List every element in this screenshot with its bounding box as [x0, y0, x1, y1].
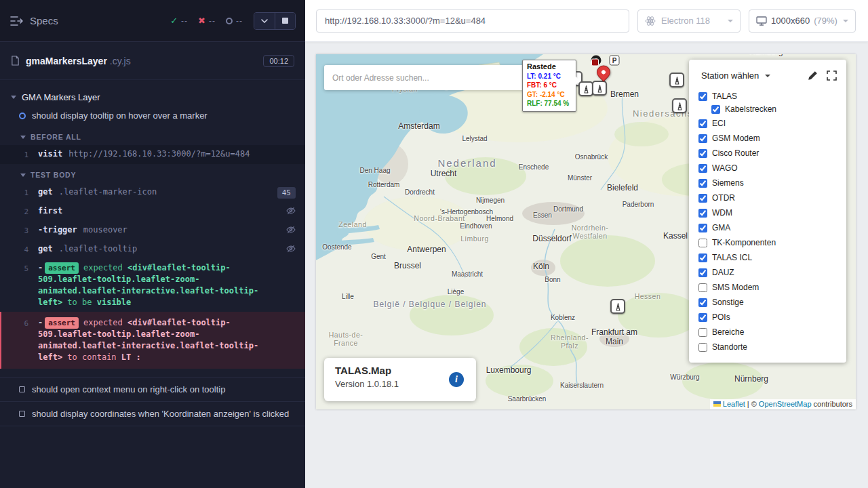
station-checkbox[interactable] — [711, 105, 720, 114]
tooltip-measurements: LT: 0.21 °CFBT: 6 °CGT: -2.14 °CRLF: 77.… — [527, 72, 572, 108]
station-filter-item[interactable]: GMA — [698, 220, 837, 235]
leaflet-map[interactable]: HamburgBremenGroningenLeeuwardenAmsterda… — [316, 54, 856, 409]
command-content: -assertexpected <div#leaflet-tooltip-509… — [38, 317, 305, 363]
search-input[interactable] — [332, 73, 517, 83]
collapse-all-button[interactable] — [254, 13, 275, 29]
station-tower-icon — [614, 302, 623, 311]
station-checkbox[interactable] — [698, 298, 707, 307]
station-label: GSM Modem — [712, 134, 760, 143]
before-all-commands: 1visithttp://192.168.10.33:3000/?m=12&u=… — [0, 145, 305, 164]
station-filter-item[interactable]: Cisco Router — [698, 146, 837, 161]
station-marker-icon[interactable] — [610, 299, 625, 314]
station-filter-item[interactable]: TALAS ICL — [698, 250, 837, 265]
station-label: Kabelstrecken — [725, 104, 776, 114]
station-filter-item[interactable]: ECI — [698, 116, 837, 131]
collapsed-tests: should open context menu on right-click … — [0, 377, 305, 426]
command-row[interactable]: 4get.leaflet-tooltip — [0, 240, 305, 259]
hook-before-all[interactable]: BEFORE ALL — [0, 126, 305, 145]
command-content: -assertexpected <div#leaflet-tooltip-509… — [38, 262, 305, 308]
stop-run-button[interactable] — [275, 13, 295, 29]
leaflet-link[interactable]: Leaflet — [723, 400, 745, 408]
spec-file-row[interactable]: gmaMarkersLayer .cy.js 00:12 — [0, 42, 305, 80]
station-filter-item[interactable]: Bereiche — [698, 325, 837, 340]
viewport-control[interactable]: 1000x660 (79%) — [749, 9, 856, 33]
command-row[interactable]: 1get.leaflet-marker-icon45 — [0, 183, 305, 202]
alarm-pin-marker[interactable] — [595, 64, 612, 84]
station-checkbox[interactable] — [698, 253, 707, 262]
browser-select[interactable]: Electron 118 — [637, 9, 741, 33]
station-filter-item[interactable]: OTDR — [698, 190, 837, 205]
station-checkbox[interactable] — [698, 209, 707, 218]
station-filter-item[interactable]: Standorte — [698, 340, 837, 354]
test-row-active[interactable]: should display tooltip on hover over a m… — [0, 108, 305, 126]
station-checkbox[interactable] — [698, 224, 707, 232]
osm-link[interactable]: OpenStreetMap — [759, 400, 812, 408]
station-checkbox[interactable] — [698, 164, 707, 173]
station-filter-item[interactable]: Siemens — [698, 176, 837, 190]
spec-duration-badge: 00:12 — [263, 55, 294, 67]
fullscreen-button[interactable] — [827, 70, 837, 81]
station-checkbox[interactable] — [698, 149, 707, 158]
browser-name: Electron 118 — [661, 16, 710, 26]
station-checkbox[interactable] — [698, 328, 707, 337]
command-row[interactable]: 1visithttp://192.168.10.33:3000/?m=12&u=… — [0, 145, 305, 164]
station-filter-item[interactable]: TALAS — [698, 89, 837, 104]
command-content: visithttp://192.168.10.33:3000/?m=12&u=4… — [38, 148, 305, 160]
station-checkbox[interactable] — [698, 343, 707, 352]
command-row[interactable]: 3-triggermouseover — [0, 221, 305, 240]
station-checkbox[interactable] — [698, 268, 707, 277]
station-checkbox[interactable] — [698, 194, 707, 203]
sidebar-toggle-button[interactable] — [9, 16, 23, 26]
station-checkbox[interactable] — [698, 119, 707, 128]
station-filter-item[interactable]: DAUZ — [698, 265, 837, 280]
stop-icon — [282, 18, 288, 24]
chevron-down-icon — [20, 174, 26, 177]
test-row-collapsed[interactable]: should display coordinates when 'Koordin… — [0, 401, 305, 426]
command-row[interactable]: 6-assertexpected <div#leaflet-tooltip-50… — [0, 312, 305, 369]
url-input[interactable] — [316, 9, 629, 33]
station-checkbox[interactable] — [698, 179, 707, 188]
station-tower-icon — [582, 85, 591, 94]
station-label: ECI — [712, 119, 726, 128]
station-checkbox[interactable] — [698, 283, 707, 292]
station-label: GMA — [712, 223, 730, 232]
cypress-reporter: Specs -- -- -- gmaMarkersLayer .cy.js 00… — [0, 0, 305, 488]
station-checkbox[interactable] — [698, 134, 707, 143]
station-marker-icon[interactable] — [578, 81, 593, 96]
station-dropdown[interactable]: Station wählen — [701, 70, 770, 81]
station-checkbox[interactable] — [698, 313, 707, 322]
runner-topbar: Electron 118 1000x660 (79%) — [305, 0, 868, 42]
failed-count: -- — [209, 16, 216, 26]
test-body-commands: 1get.leaflet-marker-icon452first3-trigge… — [0, 183, 305, 369]
command-row[interactable]: 5-assertexpected <div#leaflet-tooltip-50… — [0, 259, 305, 312]
station-filter-item[interactable]: GSM Modem — [698, 131, 837, 146]
station-filter-item[interactable]: SMS Modem — [698, 280, 837, 295]
station-filter-item[interactable]: WAGO — [698, 161, 837, 176]
stat-pending: -- — [226, 16, 243, 26]
chevron-down-icon — [728, 20, 733, 22]
station-checkbox[interactable] — [698, 92, 707, 101]
station-filter-item[interactable]: Sonstige — [698, 295, 837, 310]
test-row-collapsed[interactable]: should open context menu on right-click … — [0, 377, 305, 401]
station-marker-icon[interactable] — [672, 98, 687, 113]
marker-tooltip[interactable]: Rastede LT: 0.21 °CFBT: 6 °CGT: -2.14 °C… — [522, 60, 576, 112]
command-row[interactable]: 2first — [0, 202, 305, 221]
station-checkbox[interactable] — [698, 239, 707, 247]
element-count-badge: 45 — [277, 187, 296, 199]
hook-test-body[interactable]: TEST BODY — [0, 164, 305, 183]
chevron-down-icon — [765, 75, 770, 77]
tooltip-measurement: GT: -2.14 °C — [527, 90, 572, 100]
station-filter-item[interactable]: POIs — [698, 310, 837, 325]
station-filter-item[interactable]: TK-Komponenten — [698, 235, 837, 250]
station-filter-panel: Station wählen TALASKabelstreckenECIGSM … — [689, 60, 846, 363]
suite-row[interactable]: GMA Markers Layer — [0, 85, 305, 108]
info-icon[interactable] — [449, 372, 464, 387]
command-method: visit — [38, 149, 62, 159]
alarm-badge-icon — [591, 59, 599, 66]
station-filter-item[interactable]: Kabelstrecken — [711, 104, 837, 115]
station-marker-icon[interactable] — [669, 73, 684, 87]
assert-badge: assert — [45, 262, 79, 274]
station-filter-item[interactable]: WDM — [698, 205, 837, 220]
edit-button[interactable] — [808, 70, 818, 81]
attribution-separator: | © — [747, 400, 757, 408]
